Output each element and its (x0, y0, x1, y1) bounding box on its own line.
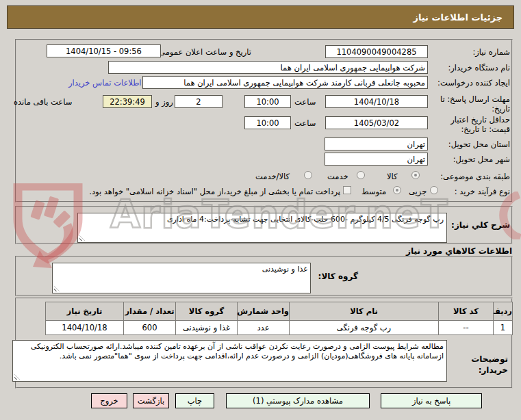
price-validity-label-line2: قیمت: تا تاریخ: (461, 124, 510, 134)
announce-datetime-field: 1404/10/15 - 09:56 (47, 44, 161, 57)
resize-handle-icon[interactable] (14, 374, 20, 380)
need-number-label: شماره نیاز: (472, 47, 510, 57)
cell-row-number: 1 (494, 321, 513, 335)
goods-group-text: غذا و نوشیدنی (262, 265, 307, 274)
goods-table-header-row: ردیف کد کالا نام کالا واحد شمارش گروه کا… (46, 302, 513, 321)
buyer-contact-link[interactable]: اطلاعات تماس خریدار (68, 78, 142, 88)
delivery-province-label: استان محل تحویل: (448, 140, 510, 149)
page-title-text: جزئیات اطلاعات نیاز (413, 12, 503, 23)
cell-goods-group: غذا و نوشیدنی (176, 321, 238, 335)
goods-table: ردیف کد کالا نام کالا واحد شمارش گروه کا… (45, 302, 513, 335)
deadline-label: مهلت ارسال پاسخ: تا تاریخ: (440, 94, 510, 114)
deadline-hour-label: ساعت (294, 97, 316, 107)
delivery-city-label: شهر محل تحویل: (453, 155, 510, 164)
need-details-page: { "title": "جزئیات اطلاعات نیاز", "water… (0, 0, 521, 420)
goods-group-label: گروه کالا: (318, 272, 358, 281)
radio-goods-service[interactable] (304, 171, 312, 179)
price-validity-label-line1: حداقل تاریخ اعتبار (450, 115, 510, 124)
cell-unit: عدد (238, 321, 290, 335)
deadline-date-field[interactable]: 1404/10/18 (325, 95, 428, 108)
col-goods-code: کد کالا (439, 302, 494, 321)
col-goods-name: نام کالا (290, 302, 439, 321)
buyer-notes-label-line2: خریدار: (479, 365, 508, 375)
col-unit: واحد شمارش (238, 302, 290, 321)
price-validity-date-field[interactable]: 1405/03/02 (325, 116, 428, 129)
days-and-label: روز و (155, 97, 173, 107)
deadline-time-field[interactable]: 10:00 (244, 95, 291, 108)
cell-need-date: 1404/10/18 (46, 321, 124, 335)
col-goods-group: گروه کالا (176, 302, 238, 321)
buyer-org-label: نام دستگاه خریدار: (448, 63, 510, 73)
col-need-date: تاریخ نیاز (46, 302, 124, 321)
radio-medium-label: متوسط (361, 187, 386, 196)
delivery-city-field[interactable]: تهران (325, 153, 428, 166)
back-button[interactable]: بازگشت (133, 393, 169, 408)
countdown-timer: 22:39:49 (103, 95, 152, 108)
resize-handle-icon[interactable] (79, 235, 85, 241)
page-title: جزئیات اطلاعات نیاز (7, 5, 514, 29)
buyer-notes-label: توضیحات خریدار: (471, 354, 508, 376)
buyer-notes-textarea[interactable]: مطالعه شرایط پیوست الزامی و درصورت رعایت… (12, 340, 447, 382)
buyer-org-field: شرکت هواپیمایی جمهوری اسلامی ایران هما (108, 61, 428, 74)
need-description-label: شرح کلي نیاز: (451, 220, 510, 230)
cell-goods-name: رب گوجه فرنگی (290, 321, 439, 335)
radio-service-label: خدمت (327, 172, 348, 181)
col-quantity: تعداد / مقدار (124, 302, 176, 321)
print-button[interactable]: چاپ (175, 393, 214, 408)
goods-table-row: 1 -- رب گوجه فرنگی عدد غذا و نوشیدنی 600… (46, 321, 513, 335)
deadline-label-line1: مهلت ارسال پاسخ: تا (440, 94, 510, 104)
exit-button[interactable]: خروج (91, 393, 127, 408)
goods-section-header: اطلاعات کالاهاي مورد نیاز (406, 246, 512, 256)
view-attached-docs-button[interactable]: مشاهده مدارک پیوستي (1) (226, 393, 370, 408)
respond-to-need-button[interactable]: پاسخ به نیاز (381, 393, 482, 408)
radio-minor-label: جزیی (409, 187, 427, 196)
remaining-days-field: 2 (175, 95, 223, 108)
cell-goods-code: -- (439, 321, 494, 335)
delivery-province-field[interactable]: تهران (325, 137, 428, 150)
radio-medium[interactable] (393, 186, 401, 194)
radio-service[interactable] (357, 171, 365, 179)
treasury-checkbox-label: پرداخت تمام یا بخشی از مبلغ خرید،از محل … (89, 187, 340, 196)
creator-label: ایجاد کننده درخواست: (437, 78, 510, 88)
radio-goods[interactable] (411, 171, 420, 179)
hours-remaining-label: ساعت باقی مانده (14, 97, 72, 107)
need-description-text: رب گوجه فرنگی 4/5 کیلوگرم -600 حلب-کالای… (167, 215, 444, 224)
price-validity-hour-label: ساعت (294, 118, 316, 128)
cell-quantity: 600 (124, 321, 176, 335)
resize-handle-icon[interactable] (54, 286, 60, 291)
need-description-textarea[interactable]: رب گوجه فرنگی 4/5 کیلوگرم -600 حلب-کالای… (77, 213, 447, 243)
col-row-number: ردیف (494, 302, 513, 321)
process-type-label: نوع فرآیند خرید : (455, 187, 510, 196)
classification-label: طبقه بندی موضوعی: (440, 172, 510, 181)
creator-field: محبوبه جانعلی قربانی کارمند شرکت هواپیما… (142, 76, 428, 89)
goods-group-textarea[interactable]: غذا و نوشیدنی (52, 263, 311, 293)
price-validity-label: حداقل تاریخ اعتبار قیمت: تا تاریخ: (450, 115, 510, 134)
deadline-label-line2: تاریخ: (492, 104, 510, 114)
radio-goods-service-label: کالا/خدمت (255, 172, 290, 181)
announce-datetime-label: تاریخ و ساعت اعلان عمومی: (156, 47, 251, 57)
price-validity-time-field[interactable]: 10:00 (244, 116, 291, 129)
need-number-field: 1104090049004285 (325, 45, 428, 58)
treasury-checkbox[interactable] (343, 186, 351, 194)
radio-goods-label: کالا (387, 172, 398, 181)
radio-minor[interactable] (430, 186, 438, 194)
buyer-notes-text: مطالعه شرایط پیوست الزامی و درصورت رعایت… (31, 342, 444, 360)
buyer-notes-label-line1: توضیحات (471, 354, 508, 364)
